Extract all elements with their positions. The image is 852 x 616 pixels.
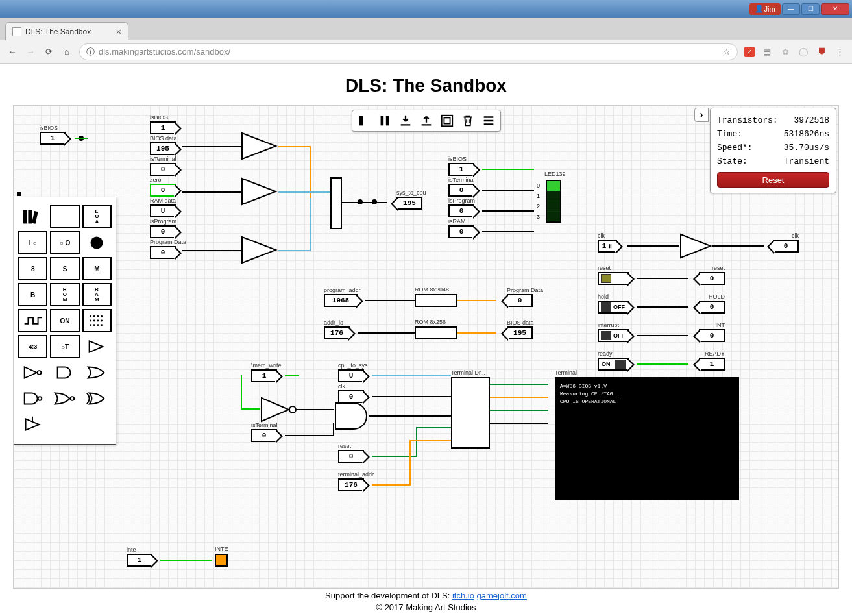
palette-buffer[interactable]	[82, 335, 112, 358]
palette-input[interactable]: I ○	[18, 231, 47, 254]
toggle-hold[interactable]: OFF	[598, 301, 629, 314]
palette-and[interactable]	[50, 361, 79, 384]
pin-clk-row[interactable]: 0	[338, 390, 364, 403]
pin-terminal-addr[interactable]: 176	[338, 478, 364, 491]
rom-8x256[interactable]	[415, 326, 457, 339]
address-bar[interactable]: ⓘ dls.makingartstudios.com/sandbox/ ☆	[79, 43, 738, 60]
footer-link-gamejolt[interactable]: gamejolt.com	[477, 591, 527, 600]
toggle-interrupt[interactable]: OFF	[598, 329, 629, 342]
palette-m[interactable]: M	[82, 257, 112, 280]
pin-inte[interactable]: 1	[127, 554, 152, 567]
palette-t[interactable]: ○T	[50, 335, 79, 358]
extension-rss-icon[interactable]: ▤	[761, 46, 773, 58]
svg-marker-9	[262, 398, 289, 421]
gate-buffer-2[interactable]	[241, 177, 280, 206]
pin-zero[interactable]: 0	[150, 184, 176, 197]
palette-rom[interactable]: R O M	[50, 283, 79, 306]
pin-isprogram-r[interactable]: 0	[448, 204, 474, 217]
extension-todoist-icon[interactable]: ✓	[744, 47, 755, 57]
pin-isprogram[interactable]: 0	[150, 225, 176, 238]
browser-tab-active[interactable]: DLS: The Sandbox ×	[5, 22, 128, 40]
label-isprogram-r: isProgram	[448, 197, 475, 204]
gate-buffer-3[interactable]	[241, 236, 280, 264]
pin-program-data[interactable]: 0	[150, 246, 176, 259]
forward-button[interactable]: →	[25, 46, 36, 58]
palette-probe[interactable]	[82, 231, 112, 254]
toggle-reset[interactable]	[598, 272, 629, 285]
pin-clk-in[interactable]: 1⏸	[598, 240, 617, 253]
gate-and[interactable]	[334, 402, 371, 432]
stop-button[interactable]	[356, 113, 372, 129]
bookmark-star-icon[interactable]: ☆	[723, 47, 731, 56]
window-minimize-button[interactable]: —	[782, 3, 800, 15]
stats-collapse-button[interactable]: ›	[694, 108, 709, 122]
footer-link-itch[interactable]: itch.io	[452, 591, 474, 600]
palette-xor[interactable]	[82, 387, 112, 410]
back-button[interactable]: ←	[6, 46, 18, 58]
palette-library-icon[interactable]	[18, 205, 47, 228]
select-all-button[interactable]	[439, 113, 455, 129]
mux-chip[interactable]	[330, 177, 342, 229]
menu-button[interactable]	[481, 113, 496, 129]
palette-7seg[interactable]: 8	[18, 257, 47, 280]
gate-not[interactable]	[260, 397, 298, 423]
rom-8x2048[interactable]	[415, 294, 457, 307]
palette-tristate[interactable]	[18, 413, 47, 436]
reload-button[interactable]: ⟳	[43, 46, 55, 58]
tab-close-button[interactable]: ×	[116, 27, 121, 37]
extension-ublock-icon[interactable]: ⛊	[816, 46, 827, 58]
stats-speed-label: Speed*:	[717, 143, 753, 153]
extension-sync-icon[interactable]: ◯	[797, 46, 809, 58]
palette-clock[interactable]	[18, 309, 47, 332]
window-close-button[interactable]: ✕	[821, 3, 849, 15]
circuit-canvas[interactable]: › Transistors:3972518 Time:5318626ns Spe…	[13, 105, 839, 589]
pin-isbios-mid[interactable]: 1	[150, 121, 176, 134]
wire	[490, 423, 548, 424]
palette-not[interactable]	[18, 361, 47, 384]
palette-s[interactable]: S	[50, 257, 79, 280]
pin-cpu-to-sys[interactable]: U	[338, 369, 364, 382]
pin-isbios-r[interactable]: 1	[448, 163, 474, 176]
palette-ram[interactable]: R A M	[82, 283, 112, 306]
pin-program-addr[interactable]: 1968	[324, 294, 358, 307]
pin-mem-write[interactable]: 1	[251, 369, 277, 382]
palette-output[interactable]: ○ O	[50, 231, 79, 254]
pin-isbios-top[interactable]: 1	[40, 132, 66, 145]
pin-bios-data[interactable]: 195	[150, 142, 176, 155]
label-zero: zero	[150, 177, 162, 183]
extension-generic-icon[interactable]: ✿	[779, 46, 791, 58]
palette-nor[interactable]	[50, 387, 79, 410]
palette-blank[interactable]	[50, 205, 79, 228]
toggle-ready[interactable]: ON	[598, 358, 629, 371]
pin-isram[interactable]: 0	[448, 225, 474, 238]
palette-dotmatrix[interactable]	[82, 309, 112, 332]
pin-isterminal-bot[interactable]: 0	[251, 429, 277, 442]
palette-on[interactable]: ON	[50, 309, 79, 332]
pin-isterminal-r[interactable]: 0	[448, 184, 474, 197]
pause-button[interactable]	[377, 113, 393, 129]
wire	[482, 231, 534, 232]
palette-lua[interactable]: L U A	[82, 205, 112, 228]
browser-menu-button[interactable]: ⋮	[834, 46, 846, 58]
site-info-icon[interactable]: ⓘ	[86, 46, 95, 58]
pin-reset-bot[interactable]: 0	[338, 450, 364, 463]
palette-nand[interactable]	[18, 387, 47, 410]
window-maximize-button[interactable]: ☐	[801, 3, 820, 15]
svg-point-16	[93, 315, 95, 317]
gate-clk-buffer[interactable]	[679, 233, 713, 259]
pin-ram-data[interactable]: U	[150, 204, 176, 217]
pin-addr-lo[interactable]: 176	[324, 326, 350, 339]
terminal-driver-chip[interactable]	[451, 377, 490, 449]
reset-button[interactable]: Reset	[717, 172, 829, 188]
upload-button[interactable]	[419, 113, 434, 129]
delete-button[interactable]	[460, 113, 476, 129]
home-button[interactable]: ⌂	[61, 46, 73, 58]
palette-or[interactable]	[82, 361, 112, 384]
download-button[interactable]	[398, 113, 413, 129]
palette-display[interactable]: 4:3	[18, 335, 47, 358]
pin-isterminal[interactable]: 0	[150, 163, 176, 176]
wire	[637, 335, 688, 336]
gate-buffer-1[interactable]	[241, 132, 280, 160]
palette-b[interactable]: B	[18, 283, 47, 306]
wire	[712, 245, 764, 247]
